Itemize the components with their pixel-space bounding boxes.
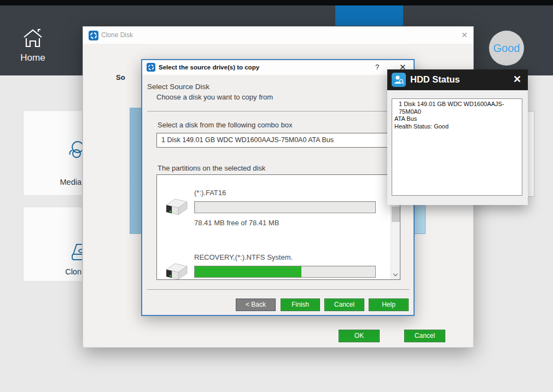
select-source-subheading: Choose a disk you want to copy from [156,93,273,101]
hdd-info-line: 1 Disk 149.01 GB WDC WD1600AAJS-75M0A0 [394,101,520,115]
top-black-bar [0,0,553,5]
hdd-status-popup: HDD Status ✕ 1 Disk 149.01 GB WDC WD1600… [387,69,528,205]
separator [147,289,409,290]
clone-disk-close-icon[interactable]: ✕ [461,31,468,39]
disk-combo-box[interactable]: 1 Disk 149.01 GB WDC WD1600AAJS-75M0A0 A… [156,133,400,148]
cancel-button[interactable]: Cancel [324,299,364,311]
back-button[interactable]: < Back [236,299,276,311]
select-source-heading: Select Source Disk [147,83,209,91]
partition-detail: 78.41 MB free of 78.41 MB [194,219,279,227]
app-window: Home Good Media Clon [0,0,553,392]
truncated-source-label: So [116,73,125,81]
separator [147,111,409,112]
partition-name: RECOVERY,(*:).NTFS System. [194,253,293,261]
card-clone-label: Clon [65,267,82,276]
combo-box-label: Select a disk from the following combo b… [158,121,292,129]
chevron-down-icon [393,272,398,276]
hdd-info-line: ATA Bus [394,115,520,123]
partition-usage-bar [194,266,376,278]
help-button[interactable]: Help [369,299,409,311]
partitions-listbox[interactable]: (*:).FAT16 78.41 MB free of 78.41 MB [156,174,400,280]
home-icon [10,26,56,49]
background-panel-edge [528,111,534,197]
good-badge-label: Good [493,42,520,55]
partition-name: (*:).FAT16 [194,189,226,197]
clone-disk-title: Clone Disk [101,31,133,39]
partitions-label: The partitions on the selected disk [158,164,265,172]
card-media-builder[interactable]: Media [23,110,83,196]
partition-usage-fill [195,266,301,277]
hdd-status-icon [392,73,406,89]
ok-button[interactable]: OK [339,330,380,342]
finish-button[interactable]: Finish [281,299,320,311]
card-media-label: Media [60,178,82,186]
select-source-dialog: Select the source drive(s) to copy ? ✕ S… [141,59,415,316]
hdd-info-line: Health Status: Good [394,123,520,131]
clone-icon [66,239,83,267]
hdd-status-info-box[interactable]: 1 Disk 149.01 GB WDC WD1600AAJS-75M0A0 A… [392,98,522,196]
home-label: Home [10,52,56,63]
scrollbar-down-button[interactable] [391,270,400,279]
hdd-status-header[interactable]: HDD Status ✕ [387,69,528,90]
select-source-title: Select the source drive(s) to copy [159,64,259,71]
health-good-badge[interactable]: Good [489,31,524,66]
scrollbar-thumb[interactable] [392,207,400,222]
nav-home[interactable]: Home [10,26,56,71]
active-tab-indicator[interactable] [335,5,403,26]
card-clone[interactable]: Clon [23,207,83,282]
select-source-app-icon [147,63,155,74]
clone-cancel-button[interactable]: Cancel [404,330,445,342]
partition-usage-bar [194,201,376,213]
hdd-status-title: HDD Status [410,74,460,85]
select-source-titlebar[interactable]: Select the source drive(s) to copy ? ✕ [142,60,414,75]
help-icon[interactable]: ? [375,63,379,71]
drive-icon [165,197,189,220]
hdd-status-close-icon[interactable]: ✕ [513,73,521,85]
clone-disk-titlebar[interactable]: Clone Disk ✕ [83,27,473,44]
media-builder-icon [66,137,83,166]
drive-icon [165,261,189,280]
clone-disk-app-icon [89,31,98,43]
